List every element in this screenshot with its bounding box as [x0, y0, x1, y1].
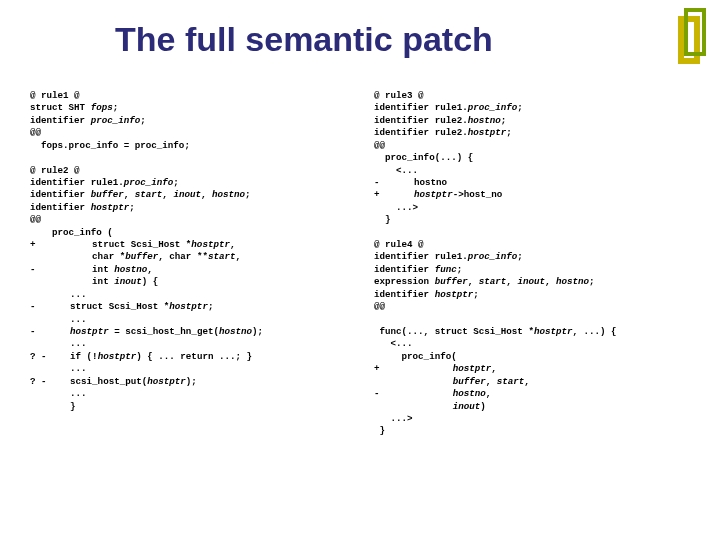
t: struct Scsi_Host *	[48, 239, 191, 250]
t: proc_info	[468, 102, 518, 113]
t: buffer	[453, 376, 486, 387]
slide-title: The full semantic patch	[115, 20, 493, 59]
t: hostptr	[91, 202, 130, 213]
t: hostno	[212, 189, 245, 200]
t: identifier rule2.	[374, 127, 468, 138]
t: @@	[30, 214, 41, 225]
t: if (!	[48, 351, 98, 362]
minus-prefix: -	[30, 264, 48, 276]
t: inout	[453, 401, 481, 412]
t: @@	[374, 301, 385, 312]
t: ...	[48, 388, 87, 399]
t: ,	[491, 363, 497, 374]
t: ;	[208, 301, 214, 312]
t: identifier	[374, 289, 435, 300]
t: , char **	[158, 251, 208, 262]
t: int	[48, 276, 114, 287]
t: proc_info(...) {	[374, 152, 473, 163]
t: func	[435, 264, 457, 275]
t: ...	[48, 289, 87, 300]
t: , ...) {	[573, 326, 617, 337]
t: identifier rule1.	[374, 102, 468, 113]
t	[48, 326, 70, 337]
t: hostno	[556, 276, 589, 287]
t: ...>	[374, 202, 418, 213]
t: hostptr	[534, 326, 573, 337]
t: hostno	[468, 115, 501, 126]
t: char *	[48, 251, 125, 262]
t: func(..., struct Scsi_Host *	[374, 326, 534, 337]
t: <...	[374, 165, 418, 176]
plus-prefix: +	[374, 189, 392, 201]
t	[392, 401, 453, 412]
t: = scsi_host_hn_get(	[109, 326, 219, 337]
t: hostno	[392, 177, 447, 188]
t: ...>	[374, 413, 413, 424]
t	[392, 363, 453, 374]
rule3-header: @ rule3 @	[374, 90, 424, 101]
t: ) { ... return ...; }	[136, 351, 252, 362]
t: hostptr	[453, 363, 492, 374]
t: fops	[91, 102, 113, 113]
t: inout	[114, 276, 142, 287]
corner-decoration	[678, 8, 708, 68]
t: ->	[453, 189, 464, 200]
t: hostno	[219, 326, 252, 337]
t: int	[48, 264, 114, 275]
t: hostptr	[169, 301, 208, 312]
t: ...	[48, 338, 87, 349]
minus-prefix: -	[30, 326, 48, 338]
t: identifier rule1.	[30, 177, 124, 188]
t: proc_info	[468, 251, 518, 262]
t: ) {	[142, 276, 159, 287]
left-column: @ rule1 @ struct SHT fops; identifier pr…	[30, 90, 356, 438]
t: inout	[517, 276, 545, 287]
right-column: @ rule3 @ identifier rule1.proc_info; id…	[374, 90, 700, 438]
qmark-prefix: ? -	[30, 351, 48, 363]
t: }	[374, 214, 391, 225]
t: hostptr	[70, 326, 109, 337]
rule2-header: @ rule2 @	[30, 165, 80, 176]
t: expression	[374, 276, 435, 287]
t: identifier	[30, 202, 91, 213]
t: host_no	[464, 189, 503, 200]
t: @@	[374, 140, 385, 151]
t: }	[48, 401, 76, 412]
minus-prefix: -	[374, 177, 392, 189]
minus-prefix: -	[374, 388, 392, 400]
t: identifier rule1.	[374, 251, 468, 262]
t: proc_info (	[30, 227, 113, 238]
t: hostptr	[191, 239, 230, 250]
t: hostptr	[392, 189, 453, 200]
t: ...	[48, 363, 87, 374]
t: hostptr	[147, 376, 186, 387]
code-columns: @ rule1 @ struct SHT fops; identifier pr…	[30, 90, 700, 438]
t: buffer	[435, 276, 468, 287]
t: scsi_host_put(	[48, 376, 147, 387]
t: <...	[374, 338, 413, 349]
t	[392, 376, 453, 387]
t: start	[208, 251, 236, 262]
t: proc_info(	[374, 351, 457, 362]
t: identifier rule2.	[374, 115, 468, 126]
t: struct Scsi_Host *	[48, 301, 169, 312]
t: ...	[48, 314, 87, 325]
t: hostno	[114, 264, 147, 275]
t: hostptr	[98, 351, 137, 362]
t: }	[374, 425, 385, 436]
t: hostno	[453, 388, 486, 399]
qmark-prefix: ? -	[30, 376, 48, 388]
t: )	[480, 401, 486, 412]
t: proc_info	[91, 115, 141, 126]
t: );	[186, 376, 197, 387]
t: hostptr	[468, 127, 507, 138]
t: inout	[173, 189, 201, 200]
rule4-header: @ rule4 @	[374, 239, 424, 250]
t: start	[479, 276, 507, 287]
t: start	[135, 189, 163, 200]
t: identifier	[30, 189, 91, 200]
t: );	[252, 326, 263, 337]
t: start	[497, 376, 525, 387]
t	[392, 388, 453, 399]
plus-prefix: +	[374, 363, 392, 375]
